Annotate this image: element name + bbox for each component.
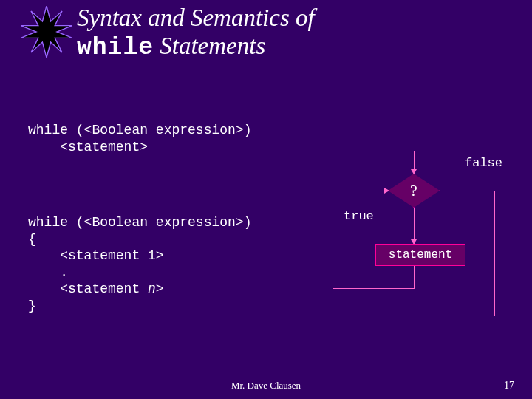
page-number: 17 (504, 380, 514, 392)
flow-line (440, 191, 495, 191)
arrowhead-icon (384, 188, 389, 194)
code-line: . (28, 265, 68, 280)
diamond-shape: ? (388, 174, 440, 208)
flow-label-false: false (465, 156, 502, 170)
code-line: <statement> (28, 140, 148, 154)
title-keyword: while (77, 34, 154, 61)
flow-line (414, 208, 415, 244)
flow-line (494, 191, 495, 316)
flow-line (332, 191, 333, 288)
flow-line (332, 288, 415, 289)
flow-label-true: true (344, 209, 374, 223)
flow-line (332, 191, 388, 191)
flow-decision: ? (388, 174, 440, 208)
title-line2-tail: Statements (154, 33, 265, 59)
code-line: <statement 1> (28, 248, 164, 263)
code-line: { (28, 232, 36, 247)
code-block-single: while (<Boolean expression>) <statement> (28, 122, 251, 155)
flowchart: false true ? statement (325, 151, 517, 329)
code-line: while (<Boolean expression>) (28, 215, 251, 230)
decision-label: ? (410, 181, 417, 200)
title-line1: Syntax and Semantics of (77, 4, 315, 31)
starburst-icon (21, 6, 72, 58)
flow-process: statement (375, 244, 466, 266)
code-var-n: n (148, 282, 156, 296)
footer-author: Mr. Dave Clausen (0, 380, 532, 392)
code-line: <statement (28, 282, 148, 296)
code-line: } (28, 299, 36, 313)
flow-line (414, 266, 415, 288)
slide-title-row: Syntax and Semantics of while Statements (21, 4, 315, 62)
svg-marker-0 (21, 6, 72, 58)
code-line: > (156, 282, 164, 296)
process-label: statement (389, 248, 452, 262)
code-line: while (<Boolean expression>) (28, 123, 251, 137)
code-block-compound: while (<Boolean expression>) { <statemen… (28, 214, 251, 314)
slide-title: Syntax and Semantics of while Statements (77, 4, 315, 62)
